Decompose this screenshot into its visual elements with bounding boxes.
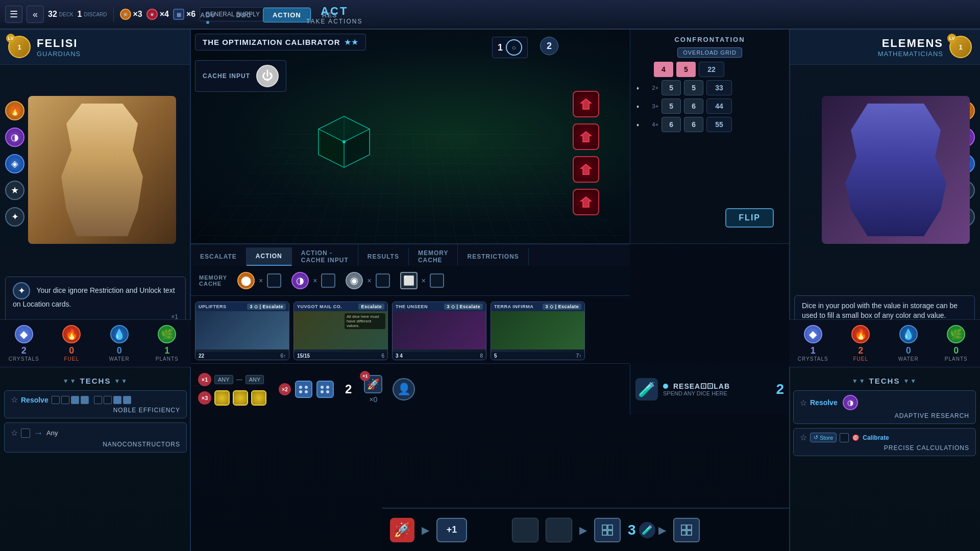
gray-box-btn-2[interactable] xyxy=(546,518,572,542)
left-ability-text: Your dice ignore Restriction and Unlock … xyxy=(13,287,175,309)
action-row-2: ×3 xyxy=(198,390,266,406)
right-tech2-name: PRECISE CALCULATIONS xyxy=(800,444,969,452)
mc-x-1: × xyxy=(259,277,263,285)
left-tech1-box-8 xyxy=(123,396,131,404)
tab-action-main[interactable]: ACTION xyxy=(247,247,292,266)
plus-one-button[interactable]: +1 xyxy=(436,518,467,542)
right-tech2-calibrate-icon: 🎯 xyxy=(852,434,860,441)
location-badge-2: 2 xyxy=(540,37,558,55)
card-terra[interactable]: TERRA INFIRMA 3 ◇ | Escalate 5 7↑ xyxy=(491,302,585,360)
right-tech-1[interactable]: ☆ Resolve ◑ ADAPTIVE RESEARCH xyxy=(793,390,976,424)
right-tech-2[interactable]: ☆ ↺ Store 🎯 Calibrate PRECISE CALCULATIO… xyxy=(793,428,976,456)
card-terra-name: TERRA INFIRMA xyxy=(494,304,533,309)
cube-svg xyxy=(313,111,375,178)
left-tech2-arrow: → xyxy=(33,427,43,439)
research-lab: 🧪 RESEA⚀⚀LAB SPEND ANY DICE HERE 2 xyxy=(630,364,789,415)
svg-rect-18 xyxy=(681,531,686,535)
tab-action-cache[interactable]: ACTION -CACHE INPUT xyxy=(292,244,358,269)
flip-button[interactable]: FLIP xyxy=(725,208,774,228)
tab-restrictions[interactable]: RESTRICTIONS xyxy=(458,248,528,265)
card-yuvgot[interactable]: All dice here must have different values… xyxy=(293,302,388,360)
bottom-arrow-1: ▶ xyxy=(422,524,429,536)
left-tech2-star: ☆ xyxy=(11,428,18,438)
conf-row-2: ♦ 2+ 5 5 33 xyxy=(636,80,783,95)
left-level-badge: LV xyxy=(6,34,15,43)
conf-row-1: 4 5 22 xyxy=(636,62,783,77)
tab-memory-cache[interactable]: MEMORYCACHE xyxy=(409,244,458,269)
conf-cell-4-2: 6 xyxy=(684,117,703,132)
left-tech2-title: ☆ → Any xyxy=(11,427,180,439)
icon-grid-btn-2[interactable] xyxy=(673,518,700,542)
tab-action[interactable]: ACTION xyxy=(263,8,311,22)
menu-icon[interactable]: ☰ xyxy=(5,6,22,23)
cube-art xyxy=(267,81,421,208)
res1-count: ×3 xyxy=(133,10,142,19)
svg-marker-9 xyxy=(581,132,591,142)
left-tech-1[interactable]: ☆ Resolve NOBLE EFFICIENCY xyxy=(4,390,187,418)
dot-die-1[interactable] xyxy=(295,381,312,398)
conf-icon-4: ♦ xyxy=(636,122,639,128)
right-player-header: LV 1 ELEMENS MATHEMATICIANS xyxy=(790,30,980,65)
left-res-cell-fuel: 🔥 0 FUEL xyxy=(48,320,96,367)
x2-badge: ×2 xyxy=(279,383,291,395)
left-tech1-box-7 xyxy=(113,396,121,404)
bottom-rocket-btn[interactable]: 🚀 xyxy=(390,518,414,542)
mc-x-3: × xyxy=(367,277,371,285)
right-tech-arrow-1: ▼▼ xyxy=(852,378,866,385)
left-tech-2[interactable]: ☆ → Any NANOCONSTRUCTORS xyxy=(4,422,187,453)
left-tech2-desc: → Any xyxy=(21,427,58,439)
tab-escalate[interactable]: ESCALATE xyxy=(191,248,247,265)
crystals-icon-left: ◆ xyxy=(15,325,33,343)
act-subtitle: TAKE ACTIONS xyxy=(306,18,362,25)
dot-die-2[interactable] xyxy=(316,381,334,398)
card-terra-num-left: 5 xyxy=(494,353,497,359)
card-unseen[interactable]: THE UNSEEN 3 ◇ | Escalate 3 4 8 xyxy=(392,302,486,360)
right-tech1-name: ADAPTIVE RESEARCH xyxy=(800,412,969,419)
num-2-label: 2 xyxy=(345,382,352,396)
act-header: ACT TAKE ACTIONS xyxy=(306,0,362,30)
yellow-die-3[interactable] xyxy=(251,390,266,406)
action-left: ×1 ANY — ANY ×3 xyxy=(198,373,266,406)
yellow-die-2[interactable] xyxy=(233,390,248,406)
mc-slot-2: ◑ × xyxy=(291,272,335,289)
tab-results[interactable]: RESULTS xyxy=(358,248,409,265)
mc-label-2: CACHE xyxy=(199,281,227,287)
memory-cache-row: MEMORY CACHE ⬤ × ◑ × ◉ × ⬜ × xyxy=(191,266,630,296)
svg-marker-10 xyxy=(581,164,591,174)
top-bar: ☰ « 32 DECK 1 DISCARD ● ×3 ● ×4 ▦ ×6 GEN… xyxy=(0,0,980,30)
tab-dsc-label: DSC xyxy=(236,11,251,19)
right-water-val: 0 xyxy=(906,345,911,356)
lab-desc: SPEND ANY DICE HERE xyxy=(663,390,771,396)
gray-box-btn-1[interactable] xyxy=(512,518,538,542)
right-tech2-store: ↺ Store xyxy=(810,433,837,442)
conf-label-3: 3+ xyxy=(644,103,658,109)
left-tech2-name: NANOCONSTRUCTORS xyxy=(11,441,180,448)
back-icon[interactable]: « xyxy=(27,6,44,23)
right-tech2-calibrate: Calibrate xyxy=(863,434,889,441)
left-techs-label: TECHS xyxy=(80,377,111,385)
left-tech2-any: Any xyxy=(46,429,58,437)
dot-2-2 xyxy=(326,386,329,389)
left-tech1-boxes xyxy=(52,396,131,404)
res-red-icon: ● xyxy=(146,9,158,20)
card-uplifters-num-right: 6↑ xyxy=(280,353,286,359)
mc-die-purple: ◑ xyxy=(291,272,309,289)
tab-dsc[interactable]: DSC xyxy=(227,8,260,22)
right-tech1-star: ☆ xyxy=(800,398,807,408)
icon-grid-btn-1[interactable] xyxy=(594,518,621,542)
left-ability-icon: ✦ xyxy=(13,282,30,299)
flask-icon: 🧪 xyxy=(635,378,658,400)
num-three: 3 xyxy=(628,522,636,538)
card-uplifters[interactable]: UPLIFTERS 3 ◇ | Escalate 22 6↑ xyxy=(195,302,289,360)
right-resources-row: ◆ 1 CRYSTALS 🔥 2 FUEL 💧 0 WATER 🌿 0 PLAN… xyxy=(789,319,980,367)
left-player-name: FELISI xyxy=(37,37,81,50)
right-tech1-resolve: Resolve xyxy=(810,398,838,407)
num-0-label: ×0 xyxy=(369,395,377,404)
dot-1-3 xyxy=(299,390,302,393)
left-player-faction: GUARDIANS xyxy=(37,50,81,58)
yellow-die-1[interactable] xyxy=(214,390,230,406)
dot-1-1 xyxy=(299,386,302,389)
tab-adv[interactable]: ADV xyxy=(191,8,225,22)
left-fuel-label: FUEL xyxy=(64,356,79,362)
card-yuvgot-desc: All dice here must have different values… xyxy=(345,313,385,329)
